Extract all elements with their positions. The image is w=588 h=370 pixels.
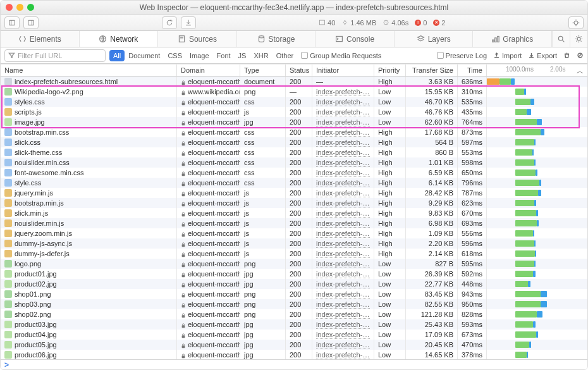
initiator-link[interactable]: index-prefetch-sub…: [316, 179, 370, 187]
error-count-icon[interactable]: ✕: [433, 20, 439, 26]
initiator-link[interactable]: index-prefetch-sub…: [316, 139, 370, 147]
initiator-link[interactable]: index-prefetch-sub…: [316, 98, 370, 106]
table-row[interactable]: slick.min.jseloquent-mccarthy…js200index…: [1, 208, 587, 218]
table-row[interactable]: slick.csseloquent-mccarthy…css200index-p…: [1, 137, 587, 147]
sidebar-left-icon[interactable]: [4, 16, 20, 29]
col-name[interactable]: Name: [1, 65, 177, 76]
table-row[interactable]: jquery.zoom.min.jseloquent-mccarthy…js20…: [1, 228, 587, 238]
inspect-icon[interactable]: [568, 16, 584, 29]
initiator-link[interactable]: index-prefetch-sub…: [316, 108, 370, 116]
col-status[interactable]: Status: [286, 65, 312, 76]
group-media-checkbox[interactable]: Group Media Requests: [301, 52, 381, 59]
table-row[interactable]: image.jpgeloquent-mccarthy…jpg200index-p…: [1, 117, 587, 127]
initiator-link[interactable]: index-prefetch-sub…: [316, 128, 370, 137]
tab-network[interactable]: Network: [80, 31, 159, 47]
sidebar-right-icon[interactable]: [23, 16, 39, 29]
table-row[interactable]: jquery.min.jseloquent-mccarthy…js200inde…: [1, 188, 587, 198]
scope-xhr[interactable]: XHR: [250, 50, 272, 61]
table-row[interactable]: nouislider.min.csseloquent-mccarthy…css2…: [1, 157, 587, 168]
trash-icon[interactable]: [563, 52, 570, 59]
initiator-link[interactable]: index-prefetch-sub…: [316, 351, 370, 359]
table-row[interactable]: styles.csseloquent-mccarthy…css200index-…: [1, 97, 587, 107]
table-row[interactable]: dummy-js-defer.jseloquent-mccarthy…js200…: [1, 249, 587, 259]
table-row[interactable]: product03.jpgeloquent-mccarthy…jpg200ind…: [1, 319, 587, 330]
initiator-link[interactable]: index-prefetch-sub…: [316, 311, 370, 319]
table-row[interactable]: logo.pngeloquent-mccarthy…png200index-pr…: [1, 259, 587, 269]
col-type[interactable]: Type: [240, 65, 286, 76]
initiator-link[interactable]: index-prefetch-sub…: [316, 240, 370, 248]
import-button[interactable]: Import: [493, 52, 522, 59]
chevron-up-icon[interactable]: ︿: [577, 66, 584, 76]
tab-storage[interactable]: Storage: [237, 31, 316, 47]
console-strip[interactable]: >: [1, 359, 587, 369]
initiator-link[interactable]: index-prefetch-sub…: [316, 149, 370, 157]
initiator-link[interactable]: index-prefetch-sub…: [316, 250, 370, 258]
col-priority[interactable]: Priority: [374, 65, 406, 76]
initiator-link[interactable]: index-prefetch-sub…: [316, 260, 370, 268]
initiator-link[interactable]: index-prefetch-sub…: [316, 199, 370, 207]
initiator-link[interactable]: index-prefetch-sub…: [316, 280, 370, 288]
scope-css[interactable]: CSS: [164, 50, 186, 61]
table-row[interactable]: dummy-js-async.jseloquent-mccarthy…js200…: [1, 238, 587, 249]
gear-icon[interactable]: [570, 31, 587, 47]
initiator-link[interactable]: index-prefetch-sub…: [316, 270, 370, 278]
table-row[interactable]: product06.jpgeloquent-mccarthy…jpg200ind…: [1, 350, 587, 360]
reload-icon[interactable]: [162, 16, 177, 29]
initiator-link[interactable]: index-prefetch-sub…: [316, 169, 370, 177]
table-row[interactable]: product05.jpgeloquent-mccarthy…jpg200ind…: [1, 340, 587, 350]
table-row[interactable]: index-prefetch-subresources.htmleloquent…: [1, 77, 587, 87]
table-row[interactable]: Wikipedia-logo-v2.pngwww.wikipedia.orgpn…: [1, 87, 587, 97]
clear-icon[interactable]: [577, 52, 584, 59]
download-icon[interactable]: [181, 16, 196, 29]
col-size[interactable]: Transfer Size: [406, 65, 458, 76]
table-row[interactable]: slick-theme.csseloquent-mccarthy…css200i…: [1, 147, 587, 157]
preserve-log-checkbox[interactable]: Preserve Log: [437, 52, 487, 59]
tab-elements[interactable]: Elements: [1, 31, 80, 47]
search-icon[interactable]: [552, 31, 570, 47]
initiator-link[interactable]: index-prefetch-sub…: [316, 209, 370, 218]
network-table[interactable]: index-prefetch-subresources.htmleloquent…: [1, 77, 587, 361]
initiator-link[interactable]: index-prefetch-sub…: [316, 88, 370, 96]
table-row[interactable]: bootstrap.min.jseloquent-mccarthy…js200i…: [1, 198, 587, 208]
table-row[interactable]: shop01.pngeloquent-mccarthy…png200index-…: [1, 289, 587, 299]
table-row[interactable]: product02.jpgeloquent-mccarthy…jpg200ind…: [1, 279, 587, 289]
col-waterfall[interactable]: 1000.0ms 2.00s ︿: [487, 65, 587, 76]
col-initiator[interactable]: Initiator: [312, 65, 374, 76]
initiator-link[interactable]: index-prefetch-sub…: [316, 341, 370, 349]
initiator-link[interactable]: index-prefetch-sub…: [316, 290, 370, 299]
tab-console[interactable]: Console: [315, 31, 395, 47]
initiator-link[interactable]: index-prefetch-sub…: [316, 189, 370, 197]
table-row[interactable]: nouislider.min.jseloquent-mccarthy…js200…: [1, 218, 587, 228]
tab-sources[interactable]: Sources: [158, 31, 237, 47]
table-row[interactable]: shop02.pngeloquent-mccarthy…png200index-…: [1, 309, 587, 319]
table-row[interactable]: shop03.pngeloquent-mccarthy…png200index-…: [1, 299, 587, 309]
scope-js[interactable]: JS: [235, 50, 250, 61]
scope-document[interactable]: Document: [125, 50, 164, 61]
export-button[interactable]: Export: [528, 52, 557, 59]
scope-font[interactable]: Font: [213, 50, 235, 61]
initiator-link[interactable]: index-prefetch-sub…: [316, 331, 370, 339]
error-icon[interactable]: !: [415, 20, 421, 26]
table-row[interactable]: product01.jpgeloquent-mccarthy…jpg200ind…: [1, 269, 587, 279]
file-js-icon: [4, 209, 12, 217]
initiator-link[interactable]: index-prefetch-sub…: [316, 230, 370, 238]
svg-line-26: [579, 54, 581, 56]
tab-graphics[interactable]: Graphics: [473, 31, 552, 47]
col-time[interactable]: Time: [458, 65, 487, 76]
table-row[interactable]: bootstrap.min.csseloquent-mccarthy…css20…: [1, 127, 587, 137]
tab-layers[interactable]: Layers: [395, 31, 474, 47]
table-row[interactable]: font-awesome.min.csseloquent-mccarthy…cs…: [1, 168, 587, 178]
initiator-link[interactable]: index-prefetch-sub…: [316, 118, 370, 126]
initiator-link[interactable]: index-prefetch-sub…: [316, 159, 370, 167]
table-row[interactable]: product04.jpgeloquent-mccarthy…jpg200ind…: [1, 330, 587, 340]
initiator-link[interactable]: index-prefetch-sub…: [316, 219, 370, 228]
table-row[interactable]: scripts.jseloquent-mccarthy…js200index-p…: [1, 107, 587, 117]
initiator-link[interactable]: index-prefetch-sub…: [316, 321, 370, 329]
initiator-link[interactable]: index-prefetch-sub…: [316, 300, 370, 309]
col-domain[interactable]: Domain: [177, 65, 240, 76]
table-row[interactable]: style.csseloquent-mccarthy…css200index-p…: [1, 178, 587, 188]
filter-input[interactable]: Filter Full URL: [4, 49, 106, 62]
scope-image[interactable]: Image: [186, 50, 213, 61]
scope-all[interactable]: All: [109, 50, 125, 61]
scope-other[interactable]: Other: [273, 50, 298, 61]
